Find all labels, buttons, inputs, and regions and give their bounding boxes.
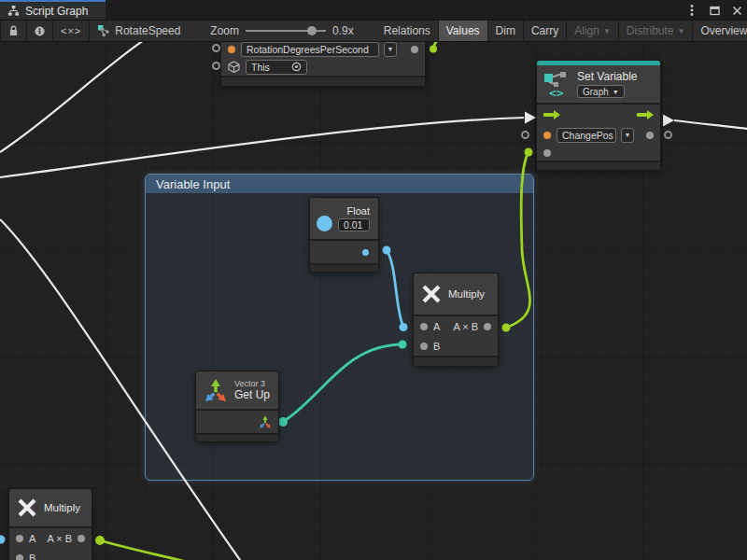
- maximize-icon[interactable]: [708, 4, 721, 17]
- carry-button[interactable]: Carry: [524, 21, 567, 41]
- input-port-a[interactable]: [420, 323, 428, 330]
- tab-script-graph[interactable]: Script Graph: [0, 0, 106, 20]
- target-field[interactable]: This: [246, 60, 307, 75]
- port-label-b: B: [29, 553, 35, 560]
- chevron-down-icon[interactable]: ▼: [384, 42, 397, 57]
- variable-name-dropdown[interactable]: ChangePos: [557, 128, 616, 143]
- code-preview-button[interactable]: <×>: [53, 21, 90, 41]
- wire-white-into-set-variable: [0, 118, 524, 177]
- node-title: Get Up: [234, 388, 270, 401]
- input-port-ring[interactable]: [521, 131, 529, 139]
- node-footer: [537, 161, 660, 170]
- zoom-label: Zoom: [210, 24, 239, 37]
- output-port[interactable]: [646, 132, 654, 139]
- toolbar-gap: [361, 21, 376, 41]
- code-toggle-label: <×>: [61, 25, 81, 36]
- value-input-port[interactable]: [543, 149, 551, 157]
- flow-input-arrow[interactable]: [543, 109, 560, 120]
- output-port-ring[interactable]: [664, 131, 672, 139]
- multiply-icon: [421, 284, 442, 304]
- info-icon: [35, 25, 45, 37]
- float-node[interactable]: Float 0.01: [310, 198, 378, 272]
- multiply-icon: [17, 497, 37, 518]
- value-output-port[interactable]: [411, 46, 418, 53]
- graph-breadcrumb[interactable]: RotateSpeed: [90, 21, 188, 41]
- input-port-b[interactable]: [16, 554, 23, 560]
- node-title: Set Variable: [577, 70, 637, 83]
- zoom-slider[interactable]: [246, 25, 326, 36]
- wire-endpoint: [0, 536, 6, 544]
- port-label-result: A × B: [453, 321, 478, 332]
- kebab-menu-icon[interactable]: [685, 4, 698, 17]
- node-footer: [414, 356, 498, 366]
- close-icon[interactable]: [730, 4, 743, 17]
- node-title: Float: [338, 205, 370, 217]
- get-up-node[interactable]: Vector 3 Get Up: [196, 371, 278, 441]
- relations-button[interactable]: Relations: [376, 21, 439, 41]
- multiply-node-bottom[interactable]: Multiply A A × B B: [9, 489, 92, 560]
- multiply-node[interactable]: Multiply A A × B B: [414, 273, 498, 366]
- wire-white-topleft: [0, 42, 149, 152]
- output-port[interactable]: [484, 323, 491, 330]
- port-label-a: A: [29, 533, 35, 544]
- chevron-down-icon: ▼: [678, 27, 685, 35]
- lock-icon: [8, 24, 19, 37]
- graph-name: RotateSpeed: [115, 24, 180, 37]
- object-picker-icon[interactable]: [291, 62, 302, 72]
- input-port-b[interactable]: [420, 343, 428, 350]
- flow-output-arrow[interactable]: [637, 109, 654, 120]
- input-port-ring[interactable]: [212, 44, 220, 52]
- chevron-down-icon: ▼: [603, 27, 611, 35]
- input-port-ring[interactable]: [212, 62, 220, 70]
- output-port[interactable]: [78, 535, 85, 542]
- input-port-a[interactable]: [16, 535, 23, 542]
- zoom-slider-handle[interactable]: [307, 26, 317, 35]
- float-value-input[interactable]: 0.01: [338, 218, 370, 231]
- graph-canvas[interactable]: Variable Input: [0, 42, 747, 560]
- wire-endpoint: [95, 536, 105, 545]
- wire-arrowhead: [663, 115, 674, 127]
- set-variable-icon: <>: [543, 70, 571, 98]
- variable-name-dropdown[interactable]: RotationDegreesPerSecond: [241, 42, 379, 57]
- port-label-a: A: [433, 321, 440, 332]
- variable-port[interactable]: [543, 132, 551, 139]
- wire-lime-stub: [433, 42, 439, 49]
- wire-endpoint: [430, 46, 437, 53]
- overview-button[interactable]: Overview: [693, 21, 747, 41]
- node-footer: [196, 433, 278, 441]
- scope-value: Graph: [583, 87, 609, 97]
- graph-toolbar: <×> RotateSpeed Zoom 0.9x Relations Valu…: [0, 21, 747, 42]
- zoom-control: Zoom 0.9x: [203, 21, 360, 41]
- distribute-dropdown[interactable]: Distribute▼: [619, 21, 694, 41]
- float-output-port[interactable]: [362, 249, 369, 256]
- variable-port[interactable]: [228, 46, 235, 53]
- node-title: Multiply: [44, 502, 80, 513]
- svg-text:<>: <>: [549, 86, 564, 98]
- wire-white-out-set-variable: [674, 120, 747, 129]
- gameobject-cube-icon: [228, 61, 240, 73]
- graph-hierarchy-icon: [7, 5, 20, 17]
- chevron-down-icon[interactable]: ▼: [621, 128, 634, 143]
- node-footer: [221, 76, 425, 86]
- wire-endpoint: [525, 148, 533, 157]
- values-button[interactable]: Values: [439, 21, 488, 41]
- script-graph-window: Script Graph: [0, 0, 747, 560]
- variable-scope-dropdown[interactable]: Graph ▼: [577, 85, 625, 98]
- port-label-result: A × B: [47, 533, 72, 544]
- align-label: Align: [574, 24, 599, 37]
- get-variable-node[interactable]: RotationDegreesPerSecond ▼ This: [221, 42, 425, 86]
- lock-button[interactable]: [1, 21, 27, 41]
- inspect-button[interactable]: [27, 21, 53, 41]
- group-header[interactable]: Variable Input: [146, 175, 533, 193]
- set-variable-node[interactable]: <> Set Variable Graph ▼: [537, 61, 660, 170]
- zoom-value: 0.9x: [332, 24, 354, 37]
- float-value-icon: [317, 216, 332, 231]
- align-dropdown[interactable]: Align▼: [567, 21, 619, 41]
- vector3-output-port[interactable]: [259, 415, 272, 428]
- node-title: Multiply: [448, 288, 485, 300]
- target-value: This: [251, 62, 270, 73]
- node-footer: [310, 263, 378, 272]
- dim-button[interactable]: Dim: [488, 21, 524, 41]
- group-title: Variable Input: [156, 177, 230, 191]
- wire-lime-bottom: [100, 540, 198, 560]
